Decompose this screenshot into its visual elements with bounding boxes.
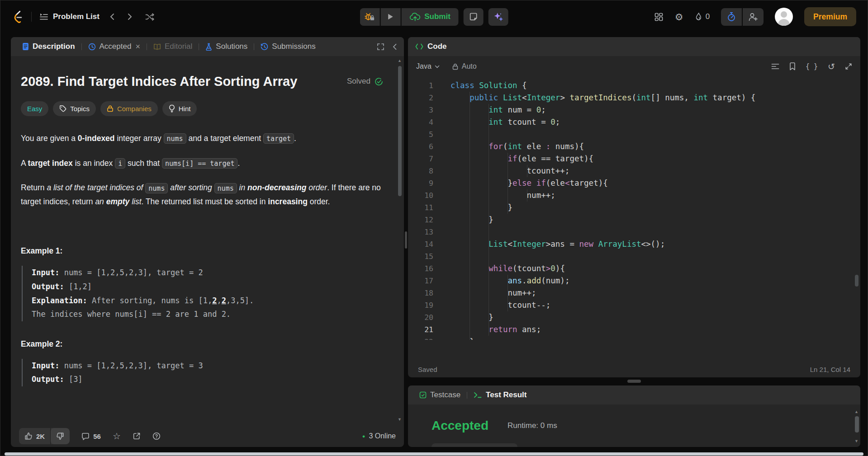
tab-submissions[interactable]: Submissions <box>256 42 319 51</box>
topics-tag-icon <box>59 105 66 112</box>
language-select[interactable]: Java <box>416 62 440 71</box>
code-line: 18 num++; <box>408 287 860 299</box>
code-token: . <box>522 276 527 285</box>
save-status-label: Saved <box>418 366 437 373</box>
random-problem-button[interactable] <box>142 11 157 23</box>
code-editor[interactable]: 1class Solution {2 public List<Integer> … <box>408 77 860 361</box>
console-scrollbar-thumb[interactable] <box>855 416 859 432</box>
code-token <box>593 240 598 249</box>
reset-code-icon[interactable]: ↺ <box>828 61 835 72</box>
topics-button[interactable]: Topics <box>53 101 96 116</box>
user-avatar[interactable] <box>775 8 793 26</box>
share-button[interactable] <box>133 432 141 440</box>
indent-guide <box>470 153 470 165</box>
leetcode-logo-icon[interactable] <box>12 10 24 24</box>
accepted-clock-icon <box>88 43 96 51</box>
console-scroll-up-icon[interactable]: ▲ <box>854 410 859 414</box>
panel-resize-handle-horizontal[interactable] <box>627 380 641 383</box>
code-scrollbar-thumb[interactable] <box>855 275 859 287</box>
description-content[interactable]: 2089. Find Target Indices After Sorting … <box>11 56 404 425</box>
tab-separator <box>147 43 147 50</box>
collapse-panel-icon[interactable] <box>393 43 397 50</box>
indent-guide <box>508 202 508 214</box>
auto-save-toggle[interactable]: Auto <box>452 62 477 71</box>
like-button[interactable]: 2K <box>19 428 50 444</box>
next-problem-button[interactable] <box>125 11 135 22</box>
debug-button[interactable] <box>360 8 379 26</box>
code-line: 5 <box>408 128 860 141</box>
ai-sparkles-button[interactable] <box>489 8 508 26</box>
scroll-down-icon[interactable]: ▼ <box>398 418 402 422</box>
indent-guide <box>508 177 508 189</box>
problem-title: 2089. Find Target Indices After Sorting … <box>21 73 310 90</box>
fullscreen-expand-icon[interactable] <box>845 63 852 70</box>
indent-guide <box>489 299 489 311</box>
submit-button[interactable]: Submit <box>401 8 459 26</box>
code-token: int <box>508 142 522 151</box>
auto-label: Auto <box>462 62 477 71</box>
example-block: Input: nums = [1,2,5,2,3], target = 3Out… <box>22 359 383 386</box>
invite-user-button[interactable] <box>743 8 764 26</box>
difficulty-badge[interactable]: Easy <box>21 101 48 116</box>
bookmark-icon[interactable] <box>789 62 796 71</box>
tab-solutions[interactable]: Solutions <box>201 42 251 51</box>
scroll-up-icon[interactable]: ▲ <box>398 59 402 63</box>
settings-gear-icon[interactable]: ⚙ <box>675 12 683 22</box>
code-line-text: while(tcount>0){ <box>451 263 860 275</box>
tab-description[interactable]: Description <box>18 42 79 51</box>
text-run: increasing <box>268 197 308 206</box>
example-line: Output: [1,2] <box>32 280 383 294</box>
tab-accepted[interactable]: Accepted × <box>84 42 144 52</box>
favorite-star-icon[interactable]: ☆ <box>113 432 121 441</box>
hint-button[interactable]: Hint <box>162 101 197 116</box>
maximize-panel-icon[interactable] <box>377 43 384 51</box>
testcase-chip-cutoff[interactable] <box>432 443 517 447</box>
tab-editorial[interactable]: Editorial <box>149 42 196 51</box>
indent-guide <box>470 116 470 128</box>
solved-label: Solved <box>347 77 370 86</box>
like-count: 2K <box>36 432 45 440</box>
tab-test-result[interactable]: Test Result <box>470 390 531 400</box>
text-run: 2 <box>222 296 226 305</box>
tab-testcase[interactable]: Testcase <box>415 390 465 400</box>
text-run: 0-indexed <box>78 134 115 143</box>
example-heading: Example 2: <box>21 339 383 349</box>
inline-code: nums <box>164 133 186 144</box>
problem-list-button[interactable]: Problem List <box>39 12 100 21</box>
help-button[interactable] <box>152 432 161 440</box>
code-token: int <box>489 118 503 127</box>
panel-resize-handle-vertical[interactable] <box>405 231 407 249</box>
notes-button[interactable] <box>464 8 484 26</box>
text-run: , <box>217 296 221 305</box>
comments-button[interactable]: 56 <box>81 432 101 440</box>
code-line: 7 if(ele == target){ <box>408 153 860 165</box>
run-button[interactable] <box>380 8 400 26</box>
snippets-braces-icon[interactable]: { } <box>806 62 818 71</box>
indent-guide <box>489 226 489 238</box>
description-scrollbar-thumb[interactable] <box>398 66 402 196</box>
line-number: 11 <box>408 202 433 214</box>
line-number: 8 <box>408 165 433 177</box>
code-token: ele <box>522 142 546 151</box>
code-line: 12 } <box>408 214 860 226</box>
streak-counter[interactable]: 0 <box>695 12 710 22</box>
premium-button[interactable]: Premium <box>804 7 856 26</box>
line-number: 20 <box>408 311 433 324</box>
code-line-text: } <box>451 202 860 214</box>
format-code-icon[interactable] <box>771 63 779 70</box>
description-paragraph: A target index is an index i such that n… <box>21 156 383 170</box>
layout-switcher-icon[interactable] <box>654 12 664 22</box>
close-tab-icon[interactable]: × <box>135 42 140 52</box>
description-footer: 2K 56 ☆ <box>11 425 404 447</box>
companies-button[interactable]: Companies <box>100 101 158 116</box>
console-scroll-down-icon[interactable]: ▼ <box>854 439 859 443</box>
example-heading: Example 1: <box>21 246 383 256</box>
indent-guide <box>470 250 470 263</box>
prev-problem-button[interactable] <box>107 11 117 22</box>
timer-button[interactable] <box>721 8 742 26</box>
line-number: 22 <box>408 336 433 340</box>
companies-lock-icon <box>107 105 114 112</box>
dislike-button[interactable] <box>51 428 70 444</box>
inline-code: nums <box>214 183 237 193</box>
code-line: 20 } <box>408 311 860 324</box>
